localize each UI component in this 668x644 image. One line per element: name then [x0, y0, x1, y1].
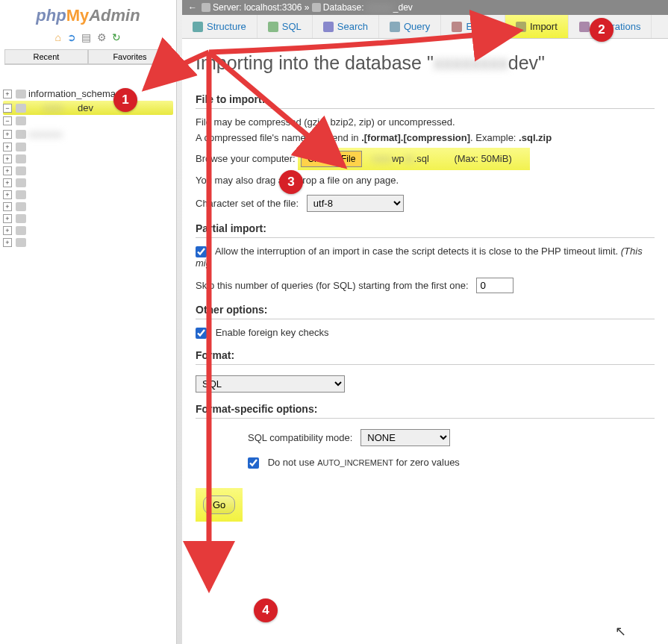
tree-item[interactable]: +	[3, 237, 173, 248]
database-icon	[16, 154, 26, 163]
settings-icon[interactable]: ⚙	[97, 31, 107, 43]
tree-label: dev	[78, 102, 93, 113]
home-icon[interactable]: ⌂	[55, 31, 61, 43]
tree-label: information_schema	[28, 88, 116, 99]
database-icon	[16, 104, 26, 113]
compat-label: SQL compatibility mode:	[248, 432, 352, 443]
tab-recent[interactable]: Recent	[4, 49, 88, 64]
tree-item[interactable]: +	[3, 177, 173, 189]
tree-item[interactable]: −	[3, 115, 173, 127]
expander-icon[interactable]: +	[3, 190, 12, 199]
choose-file-button[interactable]: Choose File	[301, 151, 362, 167]
db-tree: + information_schema − xxxx dev − +xxxxx…	[0, 79, 176, 256]
database-icon	[16, 238, 26, 247]
allow-interrupt-checkbox[interactable]	[196, 246, 207, 257]
divider-handle[interactable]	[177, 0, 182, 644]
tab-query[interactable]: Query	[379, 15, 441, 38]
link-icon[interactable]: ⚯	[160, 68, 169, 79]
tree-item[interactable]: +	[3, 165, 173, 177]
import-icon	[516, 22, 526, 32]
compat-select[interactable]: NONE	[360, 429, 450, 446]
autoinc-checkbox[interactable]	[248, 457, 259, 469]
blurred-text: xxxxxxx	[28, 128, 63, 140]
expander-icon[interactable]: +	[3, 214, 12, 223]
docs-icon[interactable]: ▤	[81, 31, 91, 43]
tree-item[interactable]: +	[3, 141, 173, 153]
tree-item[interactable]: +	[3, 213, 173, 225]
skip-label: Skip this number of queries (for SQL) st…	[196, 280, 469, 291]
expander-icon[interactable]: +	[3, 143, 12, 151]
database-icon	[16, 90, 26, 99]
expander-icon[interactable]: +	[3, 226, 12, 235]
content: Importing into the database "xxxxxxxxdev…	[182, 39, 668, 535]
breadcrumb: ← Server: localhost:3306 » Database: xxx…	[182, 0, 668, 15]
expander-icon[interactable]: +	[3, 202, 12, 211]
section-format-specific: Format-specific options:	[196, 403, 655, 419]
database-icon	[16, 214, 26, 223]
sql-icon	[268, 22, 278, 32]
tree-item[interactable]: +	[3, 153, 173, 165]
go-button[interactable]: Go	[203, 495, 235, 514]
operations-icon	[579, 22, 590, 32]
chosen-file-name: xxxxwpxx.sql	[365, 153, 437, 164]
expander-icon[interactable]: −	[3, 116, 12, 125]
tree-item[interactable]: +	[3, 225, 173, 237]
breadcrumb-server[interactable]: Server: localhost:3306	[213, 2, 302, 13]
fk-checks-checkbox[interactable]	[196, 328, 207, 339]
logout-icon[interactable]: ➲	[67, 31, 76, 43]
query-icon	[390, 22, 400, 32]
breadcrumb-collapse-icon[interactable]: ←	[188, 2, 197, 13]
tree-item[interactable]: +xxxxxxx	[3, 127, 173, 141]
tree-item[interactable]: +	[3, 201, 173, 213]
compress-note-2: A compressed file's name must end in .[f…	[196, 132, 655, 143]
tab-structure[interactable]: Structure	[182, 15, 257, 38]
annotation-badge-3: 3	[279, 170, 303, 194]
database-icon	[16, 202, 26, 211]
drag-drop-note: You may also drag and drop a file on any…	[196, 175, 655, 186]
section-format: Format:	[196, 349, 655, 365]
expander-icon[interactable]: +	[3, 178, 12, 187]
blurred-text: xxxx	[28, 102, 78, 113]
tab-sql[interactable]: SQL	[257, 15, 313, 38]
expander-icon[interactable]: +	[3, 238, 12, 247]
tab-export[interactable]: Export	[441, 15, 505, 38]
main: ← Server: localhost:3306 » Database: xxx…	[182, 0, 668, 644]
allow-interrupt-label: Allow the interruption of an import in c…	[215, 246, 618, 257]
expander-icon[interactable]: +	[3, 130, 12, 139]
breadcrumb-sep: »	[305, 2, 310, 13]
annotation-badge-2: 2	[590, 18, 614, 42]
export-icon	[452, 22, 462, 32]
expander-icon[interactable]: +	[3, 154, 12, 163]
database-icon	[16, 116, 26, 125]
tab-search[interactable]: Search	[313, 15, 379, 38]
tab-favorites[interactable]: Favorites	[88, 49, 172, 64]
format-select[interactable]: SQL	[196, 375, 345, 393]
autoinc-label: Do not use AUTO_INCREMENT for zero value…	[268, 457, 460, 468]
database-icon	[16, 130, 26, 139]
tree-item-information-schema[interactable]: + information_schema	[3, 87, 173, 101]
logo: phpMyAdmin	[0, 0, 176, 28]
section-other-options: Other options:	[196, 304, 655, 319]
max-size: (Max: 50MiB)	[439, 153, 526, 164]
sidebar-toolbar: ⌂ ➲ ▤ ⚙ ↻	[0, 28, 176, 49]
charset-select[interactable]: utf-8	[307, 195, 404, 212]
database-icon	[16, 190, 26, 199]
expander-icon[interactable]: −	[3, 104, 12, 113]
breadcrumb-database[interactable]: Database: xxxxxx_dev	[323, 2, 413, 13]
cursor-icon: ↖	[615, 623, 626, 640]
reload-icon[interactable]: ↻	[112, 31, 121, 43]
server-icon	[202, 3, 210, 12]
compress-note-1: File may be compressed (gzip, bzip2, zip…	[196, 116, 655, 128]
skip-input[interactable]	[476, 278, 514, 293]
database-icon	[16, 143, 26, 151]
database-icon	[312, 3, 321, 12]
browse-row: Browse your computer: Choose File xxxxwp…	[196, 148, 655, 170]
tree-item-dev[interactable]: − xxxx dev	[3, 101, 173, 115]
annotation-badge-1: 1	[113, 88, 137, 112]
tab-import[interactable]: Import	[505, 15, 569, 38]
section-partial-import: Partial import:	[196, 222, 655, 238]
expander-icon[interactable]: +	[3, 166, 12, 175]
expander-icon[interactable]: +	[3, 90, 12, 99]
tree-item[interactable]: +	[3, 189, 173, 201]
database-icon	[16, 166, 26, 175]
